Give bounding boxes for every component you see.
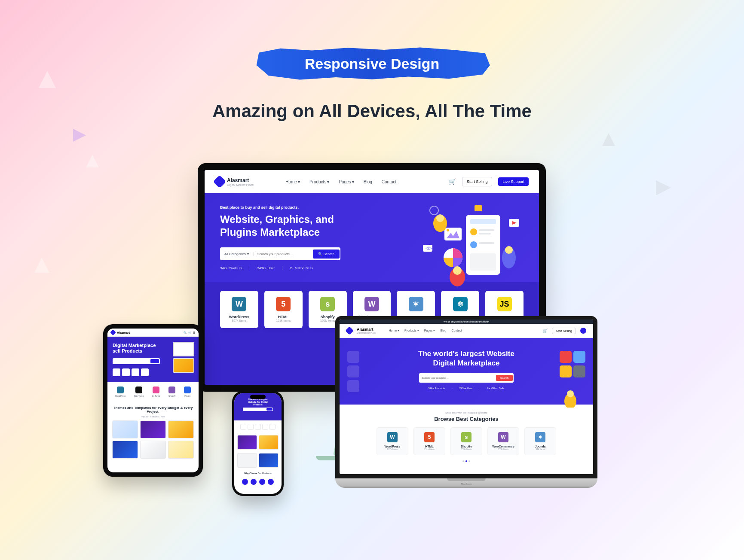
laptop-search[interactable]: Search [419,373,514,383]
stat-products: 34k+ Prodcuts [220,266,249,270]
search-button[interactable]: 🔍 Search [313,250,340,259]
cart-icon[interactable]: 🛒 [542,329,548,333]
svg-marker-2 [73,129,86,142]
feature-badge: Responsive Design [252,46,493,81]
svg-marker-5 [656,180,671,195]
hero-illustration-left [347,351,359,392]
category-card-html[interactable]: 5HTML151k Items [264,291,303,328]
laptop-cat-shopify[interactable]: sShopify155k Items [450,427,482,455]
tablet-cat[interactable]: WordPress [115,387,126,397]
laptop-cat-wordpress[interactable]: WWordPress857k Items [377,427,408,455]
phone-cat-icon[interactable] [240,424,246,430]
svg-point-19 [436,214,444,222]
phone-cat-icon[interactable] [269,424,276,430]
feature-dot[interactable] [268,479,274,485]
nav-blog[interactable]: Blog [364,180,372,184]
quick-icon[interactable] [113,368,120,376]
phone-cat-icon[interactable] [262,424,268,430]
live-support-button[interactable]: Live Support [498,177,529,186]
quick-icon[interactable] [122,368,130,376]
browse-title: Browse Best Categories [340,414,593,427]
phone-cat-icon[interactable] [255,424,261,430]
phone-mockup: The world's largest Website For Digital … [232,391,284,496]
hero-illustration: </> [410,202,526,288]
product-card[interactable] [237,453,257,468]
menu-icon[interactable]: ☰ [193,331,195,334]
laptop-cat-joomla[interactable]: ✶Joomla94k Items [524,427,556,455]
laptop-topbar: Win 5x daily! Discount for contributor t… [340,320,593,324]
nav-home[interactable]: Home ▾ [389,329,399,332]
search-icon[interactable]: 🔍 [184,331,187,334]
cart-icon[interactable]: 🛒 [188,331,191,334]
product-card[interactable] [168,441,194,459]
hero-section: Best place to buy and sell digital produ… [205,193,539,282]
feature-dot[interactable] [259,479,265,485]
product-card[interactable] [237,435,257,450]
preview-card [173,358,194,373]
tablet-hero-title: Digital Marketplace sell Products [113,343,160,354]
carousel-dots[interactable] [340,459,593,464]
quick-icon[interactable] [132,368,139,376]
logo-icon [110,329,116,335]
product-card[interactable] [112,441,138,459]
laptop-cat-html[interactable]: 5HTML151k Items [413,427,445,455]
brand-logo[interactable]: Alasmart Digital Market Place [215,177,254,186]
nav-contact[interactable]: Contact [452,329,462,332]
laptop-categories: WWordPress857k Items 5HTML151k Items sSh… [340,427,593,459]
nav-products[interactable]: Products ▾ [404,329,419,332]
svg-point-11 [470,241,477,248]
svg-marker-4 [602,133,615,146]
search-input[interactable] [254,252,312,256]
nav-pages[interactable]: Pages ▾ [339,180,354,184]
tablet-section-title: Themes and Templates for every Budget & … [107,402,199,415]
product-card[interactable] [259,435,279,450]
stat-users: 243k+ User [257,266,282,270]
search-category-dropdown[interactable]: All Categories ▾ [220,252,254,256]
product-card[interactable] [259,453,279,468]
phone-cat-icon[interactable] [248,424,254,430]
brand-tagline: Digital Market Place [357,332,376,334]
laptop-cat-woocommerce[interactable]: WWooCommerce155k Items [487,427,519,455]
logo-icon [345,326,354,335]
search-button[interactable]: Search [496,375,513,381]
tablet-product-grid [107,420,199,462]
feature-dot[interactable] [251,479,257,485]
user-avatar-icon[interactable] [580,328,586,334]
feature-badge-text: Responsive Design [305,55,440,72]
svg-point-8 [470,228,477,235]
search-input[interactable] [419,377,496,379]
svg-marker-0 [39,71,56,88]
tablet-cat[interactable]: Plugin [184,387,191,397]
cart-icon[interactable]: 🛒 [449,178,456,185]
svg-point-31 [567,390,574,397]
site-nav: Alasmart Digital Market Place Home ▾ Pro… [205,170,539,193]
feature-dot[interactable] [242,479,248,485]
svg-marker-1 [86,155,99,167]
svg-rect-9 [479,229,494,231]
subheadline: Amazing on All Devices, All The Time [0,101,744,122]
svg-rect-7 [470,219,496,224]
product-card[interactable] [140,420,166,438]
tablet-cat[interactable]: Shopify [168,387,176,397]
svg-point-16 [447,229,449,231]
product-card[interactable] [140,441,166,459]
start-selling-button[interactable]: Start Selling [552,328,576,334]
tablet-cat[interactable]: Site Temp [134,387,144,397]
start-selling-button[interactable]: Start Selling [462,177,493,186]
laptop-nav: Alasmart Digital Market Place Home ▾ Pro… [340,324,593,338]
nav-products[interactable]: Products ▾ [309,180,329,184]
category-card-wordpress[interactable]: WWordPress857k Items [220,291,258,328]
tablet-cat[interactable]: UI Temp [152,387,160,397]
product-card[interactable] [112,420,138,438]
nav-blog[interactable]: Blog [441,329,447,332]
phone-search[interactable] [243,408,273,411]
nav-home[interactable]: Home ▾ [285,180,300,184]
tablet-search[interactable] [113,358,160,364]
nav-pages[interactable]: Pages ▾ [424,329,435,332]
browse-eyebrow: Save time with pre-installed software [340,405,593,414]
nav-contact[interactable]: Contact [382,180,396,184]
product-card[interactable] [168,420,194,438]
svg-point-23 [505,246,513,254]
brand-tagline: Digital Market Place [227,183,254,186]
quick-icon[interactable] [141,368,149,376]
